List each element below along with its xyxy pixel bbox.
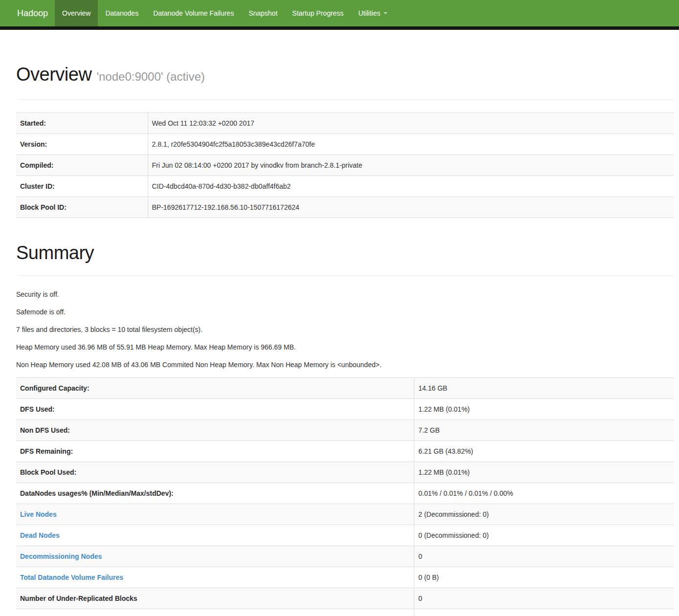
- table-row: Compiled: Fri Jun 02 08:14:00 +0200 2017…: [16, 155, 674, 176]
- table-row: DFS Used: 1.22 MB (0.01%): [16, 399, 674, 420]
- table-row: DataNodes usages% (Min/Median/Max/stdDev…: [16, 483, 674, 504]
- row-value: 0.01% / 0.01% / 0.01% / 0.00%: [414, 483, 674, 504]
- table-row: Version: 2.8.1, r20fe5304904fc2f5a18053c…: [16, 134, 674, 155]
- filesystem-objects-text: 7 files and directories, 3 blocks = 10 t…: [16, 325, 674, 334]
- row-value: 7.2 GB: [414, 420, 674, 441]
- row-label: Block Pool Used:: [16, 462, 414, 483]
- row-label: Started:: [16, 113, 148, 134]
- heap-memory-text: Heap Memory used 36.96 MB of 55.91 MB He…: [16, 342, 674, 352]
- navbar-bottom-bar: [0, 26, 679, 30]
- row-value: 0 (0 B): [414, 567, 674, 588]
- row-value: Fri Jun 02 08:14:00 +0200 2017 by vinodk…: [148, 155, 674, 176]
- table-row: Block Pool ID: BP-1692617712-192.168.56.…: [16, 197, 674, 218]
- page-title-text: Overview: [16, 64, 91, 85]
- nav-item-label: Utilities: [358, 9, 380, 17]
- row-label: Version:: [16, 134, 148, 155]
- row-label: Number of Blocks Pending Deletion: [16, 609, 414, 616]
- nav-item-datanode-volume-failures[interactable]: Datanode Volume Failures: [146, 0, 241, 26]
- nav-item-label: Datanode Volume Failures: [153, 9, 234, 17]
- nav-item-label: Overview: [62, 9, 91, 17]
- overview-page-header: Overview 'node0:9000' (active): [16, 65, 674, 100]
- safemode-status-text: Safemode is off.: [16, 307, 674, 317]
- top-navbar: Hadoop Overview Datanodes Datanode Volum…: [0, 0, 679, 26]
- table-row: Cluster ID: CID-4dbcd40a-870d-4d30-b382-…: [16, 176, 674, 197]
- navbar-brand-hadoop[interactable]: Hadoop: [0, 0, 55, 26]
- page-title: Overview 'node0:9000' (active): [16, 65, 674, 86]
- nav-item-label: Startup Progress: [292, 9, 343, 17]
- table-row: Total Datanode Volume Failures 0 (0 B): [16, 567, 674, 588]
- namenode-info-table: Started: Wed Oct 11 12:03:32 +0200 2017 …: [16, 112, 674, 218]
- decommissioning-nodes-link[interactable]: Decommissioning Nodes: [20, 552, 102, 560]
- table-row: Configured Capacity: 14.16 GB: [16, 378, 674, 399]
- nav-item-snapshot[interactable]: Snapshot: [241, 0, 285, 26]
- row-value: Wed Oct 11 12:03:32 +0200 2017: [148, 113, 674, 134]
- namenode-address-subtitle: 'node0:9000' (active): [96, 70, 204, 83]
- row-value: 6.21 GB (43.82%): [414, 441, 674, 462]
- table-row: Number of Under-Replicated Blocks 0: [16, 588, 674, 609]
- chevron-down-icon: [384, 12, 387, 14]
- row-label: Non DFS Used:: [16, 420, 414, 441]
- non-heap-memory-text: Non Heap Memory used 42.08 MB of 43.06 M…: [16, 360, 674, 370]
- summary-paragraphs: Security is off. Safemode is off. 7 file…: [16, 289, 674, 370]
- summary-page-header: Summary: [16, 243, 674, 276]
- row-label: Configured Capacity:: [16, 378, 414, 399]
- row-label: Decommissioning Nodes: [16, 546, 414, 567]
- nav-item-label: Snapshot: [249, 9, 277, 17]
- total-datanode-volume-failures-link[interactable]: Total Datanode Volume Failures: [20, 573, 123, 581]
- row-label: Dead Nodes: [16, 525, 414, 546]
- table-row: Number of Blocks Pending Deletion 0: [16, 609, 674, 616]
- row-value: 2.8.1, r20fe5304904fc2f5a18053c389e43cd2…: [148, 134, 674, 155]
- nav-item-label: Datanodes: [105, 9, 138, 17]
- row-label: DataNodes usages% (Min/Median/Max/stdDev…: [16, 483, 414, 504]
- live-nodes-link[interactable]: Live Nodes: [20, 510, 57, 518]
- summary-title: Summary: [16, 243, 674, 262]
- nav-item-overview[interactable]: Overview: [55, 0, 98, 26]
- row-value: 0: [414, 546, 674, 567]
- row-label: DFS Remaining:: [16, 441, 414, 462]
- table-row: DFS Remaining: 6.21 GB (43.82%): [16, 441, 674, 462]
- row-label: Live Nodes: [16, 504, 414, 525]
- dead-nodes-link[interactable]: Dead Nodes: [20, 531, 60, 539]
- row-label: Compiled:: [16, 155, 148, 176]
- row-value: BP-1692617712-192.168.56.10-150771617262…: [148, 197, 674, 218]
- table-row: Dead Nodes 0 (Decommissioned: 0): [16, 525, 674, 546]
- row-label: DFS Used:: [16, 399, 414, 420]
- table-row: Non DFS Used: 7.2 GB: [16, 420, 674, 441]
- row-value: CID-4dbcd40a-870d-4d30-b382-db0aff4f6ab2: [148, 176, 674, 197]
- nav-item-utilities-dropdown[interactable]: Utilities: [351, 0, 394, 26]
- row-label: Total Datanode Volume Failures: [16, 567, 414, 588]
- row-label: Block Pool ID:: [16, 197, 148, 218]
- row-value: 14.16 GB: [414, 378, 674, 399]
- row-value: 0: [414, 609, 674, 616]
- table-row: Block Pool Used: 1.22 MB (0.01%): [16, 462, 674, 483]
- row-label: Cluster ID:: [16, 176, 148, 197]
- table-row: Started: Wed Oct 11 12:03:32 +0200 2017: [16, 113, 674, 134]
- row-label: Number of Under-Replicated Blocks: [16, 588, 414, 609]
- row-value: 2 (Decommissioned: 0): [414, 504, 674, 525]
- row-value: 1.22 MB (0.01%): [414, 399, 674, 420]
- nav-item-datanodes[interactable]: Datanodes: [98, 0, 146, 26]
- row-value: 1.22 MB (0.01%): [414, 462, 674, 483]
- table-row: Live Nodes 2 (Decommissioned: 0): [16, 504, 674, 525]
- nav-item-startup-progress[interactable]: Startup Progress: [285, 0, 351, 26]
- row-value: 0 (Decommissioned: 0): [414, 525, 674, 546]
- cluster-summary-table: Configured Capacity: 14.16 GB DFS Used: …: [16, 377, 674, 616]
- table-row: Decommissioning Nodes 0: [16, 546, 674, 567]
- security-status-text: Security is off.: [16, 289, 674, 299]
- row-value: 0: [414, 588, 674, 609]
